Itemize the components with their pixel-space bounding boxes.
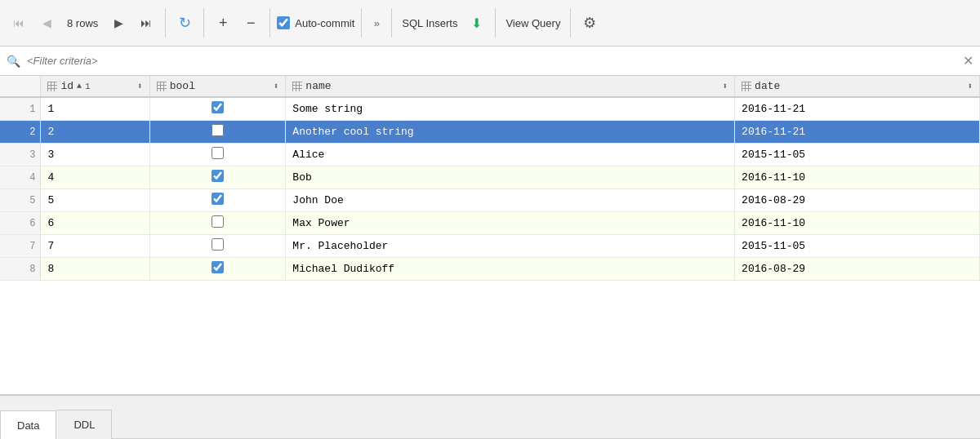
download-button[interactable]: ⬇ [464,11,488,35]
prev-button[interactable]: ◀ [34,11,59,35]
cell-name[interactable]: Max Power [286,212,735,235]
col-header-date[interactable]: date ⬍ [735,76,980,97]
row-number: 3 [0,144,41,166]
table-header-row: id ▲ 1 ⬍ bool ⬍ [0,76,980,97]
tab-data[interactable]: Data [0,410,56,439]
bool-checkbox[interactable] [212,124,224,136]
cell-date[interactable]: 2016-08-29 [735,258,980,281]
cell-id[interactable]: 1 [41,97,149,121]
table-row[interactable]: 66Max Power2016-11-10 [0,212,980,235]
cell-name[interactable]: Mr. Placeholder [286,235,735,258]
cell-bool[interactable] [149,258,286,281]
cell-id[interactable]: 6 [41,212,149,235]
cell-bool[interactable] [149,235,286,258]
separator-7 [570,8,571,38]
cell-date[interactable]: 2016-08-29 [735,189,980,212]
separator-4 [361,8,362,38]
next-button[interactable]: ▶ [106,11,131,35]
cell-name[interactable]: Alice [286,144,735,166]
cell-name[interactable]: Michael Dudikoff [286,258,735,281]
col-grid-icon-date [742,82,751,91]
bool-checkbox[interactable] [212,147,224,159]
cell-id[interactable]: 7 [41,235,149,258]
row-number: 2 [0,121,41,144]
more-options-button[interactable]: » [368,11,385,35]
separator-5 [391,8,392,38]
table-row[interactable]: 11Some string2016-11-21 [0,97,980,121]
data-table-container: id ▲ 1 ⬍ bool ⬍ [0,76,980,394]
row-number: 6 [0,212,41,235]
cell-date[interactable]: 2015-11-05 [735,144,980,166]
row-num-header [0,76,41,97]
sql-inserts-label: SQL Inserts [399,17,461,29]
col-sort-btn-id[interactable]: ⬍ [137,81,143,91]
separator-1 [165,8,166,38]
col-header-bool[interactable]: bool ⬍ [149,76,286,97]
cell-bool[interactable] [149,212,286,235]
col-grid-icon-name [292,82,302,91]
autocommit-checkbox[interactable] [277,16,290,29]
cell-id[interactable]: 5 [41,189,149,212]
col-label-id: id [60,80,74,92]
cell-name[interactable]: John Doe [286,189,735,212]
table-row[interactable]: 22Another cool string2016-11-21 [0,121,980,144]
col-sort-btn-name[interactable]: ⬍ [722,81,728,91]
separator-2 [203,8,204,38]
filter-clear-button[interactable]: ✕ [963,53,973,69]
bool-checkbox[interactable] [212,215,224,228]
row-number: 4 [0,166,41,189]
row-count: 8 rows [62,17,103,29]
first-button[interactable]: ⏮ [7,11,31,35]
settings-button[interactable]: ⚙ [577,11,602,35]
tab-ddl[interactable]: DDL [56,410,112,439]
refresh-button[interactable]: ↻ [172,11,197,35]
cell-date[interactable]: 2016-11-10 [735,212,980,235]
bool-checkbox[interactable] [212,193,224,205]
cell-bool[interactable] [149,121,286,144]
cell-date[interactable]: 2016-11-21 [735,97,980,121]
table-row[interactable]: 33Alice2015-11-05 [0,144,980,166]
autocommit-area: Auto-commit [277,16,354,29]
cell-bool[interactable] [149,189,286,212]
bool-checkbox[interactable] [212,261,224,273]
col-sort-btn-date[interactable]: ⬍ [967,81,973,91]
cell-id[interactable]: 3 [41,144,149,166]
cell-name[interactable]: Another cool string [286,121,735,144]
bool-checkbox[interactable] [212,170,224,182]
separator-6 [495,8,496,38]
toolbar: ⏮ ◀ 8 rows ▶ ⏭ ↻ + − Auto-commit » SQL I… [0,0,980,47]
col-grid-icon-id [47,82,57,91]
table-body: 11Some string2016-11-2122Another cool st… [0,97,980,281]
col-label-date: date [755,80,780,92]
cell-name[interactable]: Bob [286,166,735,189]
table-row[interactable]: 55John Doe2016-08-29 [0,189,980,212]
table-row[interactable]: 88Michael Dudikoff2016-08-29 [0,258,980,281]
bool-checkbox[interactable] [212,101,224,113]
cell-bool[interactable] [149,144,286,166]
bool-checkbox[interactable] [212,238,224,251]
remove-row-button[interactable]: − [238,11,263,35]
cell-bool[interactable] [149,166,286,189]
row-number: 8 [0,258,41,281]
cell-date[interactable]: 2016-11-10 [735,166,980,189]
add-row-button[interactable]: + [211,11,235,35]
col-header-name[interactable]: name ⬍ [286,76,735,97]
col-header-id[interactable]: id ▲ 1 ⬍ [41,76,149,97]
row-number: 5 [0,189,41,212]
cell-id[interactable]: 8 [41,258,149,281]
row-number: 7 [0,235,41,258]
cell-name[interactable]: Some string [286,97,735,121]
last-button[interactable]: ⏭ [134,11,158,35]
cell-id[interactable]: 2 [41,121,149,144]
table-row[interactable]: 44Bob2016-11-10 [0,166,980,189]
filter-input[interactable] [27,55,956,67]
col-sort-btn-bool[interactable]: ⬍ [274,81,279,91]
bottom-tabs: Data DDL [0,394,980,439]
data-table: id ▲ 1 ⬍ bool ⬍ [0,76,980,281]
cell-date[interactable]: 2016-11-21 [735,121,980,144]
cell-date[interactable]: 2015-11-05 [735,235,980,258]
col-label-bool: bool [170,80,195,92]
cell-id[interactable]: 4 [41,166,149,189]
table-row[interactable]: 77Mr. Placeholder2015-11-05 [0,235,980,258]
cell-bool[interactable] [149,97,286,121]
